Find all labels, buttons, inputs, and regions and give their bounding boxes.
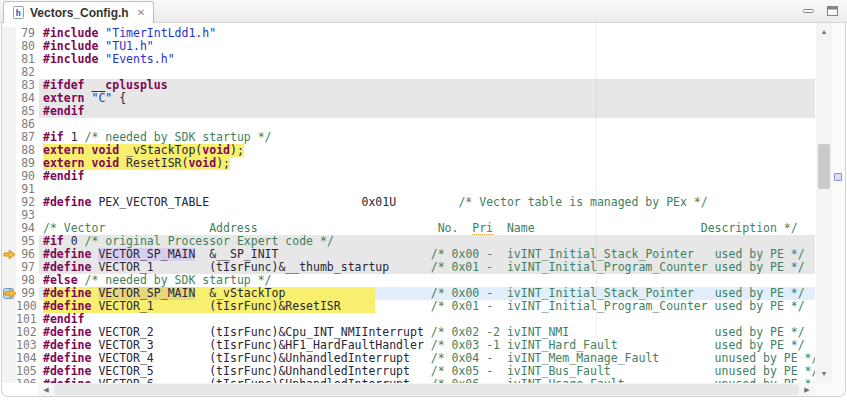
code-token — [389, 261, 431, 274]
code-line: 88extern void _vStackTop(void); — [2, 144, 815, 157]
code-text[interactable]: #define VECTOR_SP_MAIN &_vStackTop /* 0x… — [39, 287, 815, 300]
code-line: 85#endif — [2, 105, 815, 118]
scroll-right-arrow-icon[interactable]: ▶ — [800, 383, 814, 396]
code-text[interactable]: extern void ResetISR(void); — [39, 157, 815, 170]
horizontal-scrollbar[interactable]: ◀ ▶ — [38, 383, 815, 396]
code-text[interactable]: #define VECTOR_1 (tIsrFunc)&__thumb_star… — [39, 261, 815, 274]
last-edit-location-arrow-icon[interactable] — [2, 248, 16, 261]
horizontal-scrollbar-thumb[interactable] — [54, 384, 799, 395]
code-text[interactable]: #include "Events.h" — [39, 53, 815, 66]
line-number[interactable]: 106 — [16, 378, 39, 383]
code-text[interactable]: #define VECTOR_5 (tIsrFunc)&UnhandledInt… — [39, 365, 815, 378]
annotation-ruler-cell — [2, 105, 16, 118]
vertical-scrollbar[interactable]: ▲ ▼ — [816, 23, 832, 383]
print-margin-line — [596, 23, 597, 370]
code-token: Name Description */ — [493, 222, 798, 235]
editor-tab[interactable]: h Vectors_Config.h ✕ — [3, 1, 154, 23]
code-token: #endif — [43, 170, 85, 183]
code-text[interactable]: #define VECTOR_1 (tIsrFunc)&ResetISR /* … — [39, 300, 815, 313]
tab-close-icon[interactable]: ✕ — [137, 7, 145, 18]
code-text[interactable]: #else /* needed by SDK startup */ — [39, 274, 815, 287]
code-line: 91 — [2, 183, 815, 196]
code-token: extern — [43, 157, 85, 170]
code-token: (tIsrFunc)&__thumb_startup — [209, 261, 389, 274]
code-text[interactable]: #if 1 /* needed by SDK startup */ — [39, 131, 815, 144]
annotation-ruler-cell — [2, 274, 16, 287]
scroll-down-arrow-icon[interactable]: ▼ — [816, 367, 832, 381]
code-text[interactable]: extern "C" { — [39, 92, 815, 105]
code-token: /* 0x00 - ivINT_Initial_Stack_Pointer us… — [431, 287, 805, 300]
code-text[interactable]: #define VECTOR_4 (tIsrFunc)&UnhandledInt… — [39, 352, 815, 365]
code-text[interactable]: #define VECTOR_3 (tIsrFunc)&HF1_HardFaul… — [39, 339, 815, 352]
code-line: 103#define VECTOR_3 (tIsrFunc)&HF1_HardF… — [2, 339, 815, 352]
minimize-view-icon[interactable] — [802, 5, 815, 17]
code-line: 92#define PEX_VECTOR_TABLE 0x01U /* Vect… — [2, 196, 815, 209]
highlight-annotation: #define VECTOR_1 (tIsrFunc)&ResetISR — [43, 300, 375, 313]
code-token: (tIsrFunc)&UnhandledInterrupt — [209, 352, 410, 365]
code-token — [278, 248, 430, 261]
code-token: { — [112, 92, 126, 105]
code-text[interactable]: #if 0 /* original Processor Expert code … — [39, 235, 815, 248]
code-token: ); — [216, 157, 230, 170]
code-line: 83#ifdef __cplusplus — [2, 79, 815, 92]
annotation-ruler-cell — [2, 196, 16, 209]
code-token: extern — [43, 144, 85, 157]
code-text[interactable]: #endif — [39, 313, 815, 326]
code-token: VECTOR_1 — [91, 261, 153, 274]
highlight-annotation: extern void _vStackTop(void); — [43, 144, 244, 157]
maximize-view-icon[interactable] — [826, 5, 839, 17]
code-token: #define — [43, 339, 91, 352]
code-token: 1 — [64, 131, 85, 144]
annotation-ruler-cell — [2, 53, 16, 66]
code-text[interactable] — [39, 66, 815, 79]
code-text[interactable] — [39, 183, 815, 196]
annotation-ruler-cell — [2, 378, 16, 383]
occurrence-marker[interactable] — [834, 173, 842, 181]
code-text[interactable]: #define VECTOR_SP_MAIN &__SP_INIT /* 0x0… — [39, 248, 815, 261]
code-token — [375, 287, 430, 300]
code-text[interactable] — [39, 209, 815, 222]
code-token: &_vStackTop — [209, 287, 285, 300]
code-text[interactable]: #include "TimerIntLdd1.h" — [39, 27, 815, 40]
code-text[interactable]: extern void _vStackTop(void); — [39, 144, 815, 157]
annotation-ruler-cell — [2, 222, 16, 235]
code-token: VECTOR_4 — [91, 352, 153, 365]
code-token — [341, 300, 376, 313]
code-text[interactable]: #define PEX_VECTOR_TABLE 0x01U /* Vector… — [39, 196, 815, 209]
code-token — [209, 196, 361, 209]
code-token: /* 0x05 - ivINT_Bus_Fault unused by PE *… — [431, 365, 815, 378]
code-text[interactable]: #define VECTOR_2 (tIsrFunc)&Cpu_INT_NMII… — [39, 326, 815, 339]
code-line: 102#define VECTOR_2 (tIsrFunc)&Cpu_INT_N… — [2, 326, 815, 339]
bookmark-arrow-icon[interactable] — [2, 287, 16, 300]
code-line: 80#include "TU1.h" — [2, 40, 815, 53]
code-token: #define — [43, 326, 91, 339]
scroll-up-arrow-icon[interactable]: ▲ — [816, 25, 832, 39]
code-token: /* Vector table is managed by PEx */ — [458, 196, 707, 209]
code-text[interactable] — [39, 118, 815, 131]
vertical-scrollbar-thumb[interactable] — [818, 144, 830, 189]
code-text[interactable]: /* Vector Address No. Pri Name Descripti… — [39, 222, 815, 235]
code-token: "TimerIntLdd1.h" — [105, 27, 216, 40]
code-token: #define — [43, 365, 91, 378]
code-token: /* 0x03 -1 ivINT_Hard_Fault used by PE *… — [431, 339, 805, 352]
scroll-left-arrow-icon[interactable]: ◀ — [39, 383, 53, 396]
code-line: 104#define VECTOR_4 (tIsrFunc)&Unhandled… — [2, 352, 815, 365]
code-line: 86 — [2, 118, 815, 131]
code-area: 79#include "TimerIntLdd1.h"80#include "T… — [2, 23, 815, 383]
code-token: /* needed by SDK startup */ — [85, 274, 272, 287]
code-token: VECTOR_SP_MAIN — [98, 248, 195, 261]
code-token: /* 0x00 - ivINT_Initial_Stack_Pointer us… — [431, 248, 805, 261]
code-text[interactable]: #ifdef __cplusplus — [39, 79, 815, 92]
code-token: (tIsrFunc)&HF1_HardFaultHandler — [209, 339, 424, 352]
code-line: 96#define VECTOR_SP_MAIN &__SP_INIT /* 0… — [2, 248, 815, 261]
code-token — [154, 326, 209, 339]
code-line: 100#define VECTOR_1 (tIsrFunc)&ResetISR … — [2, 300, 815, 313]
annotation-ruler-cell — [2, 352, 16, 365]
code-line: 98#else /* needed by SDK startup */ — [2, 274, 815, 287]
code-text[interactable]: #endif — [39, 105, 815, 118]
code-text[interactable]: #include "TU1.h" — [39, 40, 815, 53]
code-token: #define — [43, 352, 91, 365]
code-token: (tIsrFunc)&Cpu_INT_NMIInterrupt — [209, 326, 424, 339]
code-text[interactable]: #endif — [39, 170, 815, 183]
code-token: void — [188, 157, 216, 170]
